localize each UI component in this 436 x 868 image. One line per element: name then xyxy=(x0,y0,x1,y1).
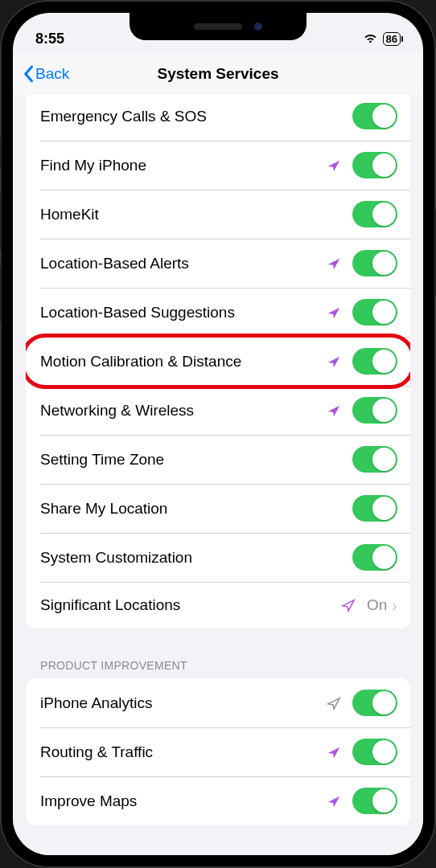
row-label: Location-Based Alerts xyxy=(40,255,327,272)
status-time: 8:55 xyxy=(35,31,64,47)
row-label: Routing & Traffic xyxy=(40,743,327,761)
device-frame: 8:55 86 Back System Services Emergency C… xyxy=(0,0,436,868)
settings-row: Routing & Traffic xyxy=(26,727,410,776)
toggle-switch[interactable] xyxy=(352,201,397,227)
settings-row: Location-Based Alerts xyxy=(26,239,410,288)
nav-bar: Back System Services xyxy=(13,53,423,95)
screen: 8:55 86 Back System Services Emergency C… xyxy=(13,13,423,855)
content-scroll[interactable]: Emergency Calls & SOSFind My iPhoneHomeK… xyxy=(13,95,423,855)
row-label: Improve Maps xyxy=(40,792,327,810)
row-label: Emergency Calls & SOS xyxy=(40,108,352,125)
location-arrow-icon xyxy=(327,305,341,320)
settings-row: Networking & Wireless xyxy=(26,386,410,435)
location-arrow-icon xyxy=(341,598,356,612)
settings-row: Location-Based Suggestions xyxy=(26,288,410,337)
location-arrow-icon xyxy=(327,158,341,173)
toggle-switch[interactable] xyxy=(352,739,397,765)
location-arrow-icon xyxy=(327,403,341,418)
row-label: Share My Location xyxy=(40,500,352,518)
toggle-switch[interactable] xyxy=(352,397,397,424)
row-label: Networking & Wireless xyxy=(40,402,327,420)
battery-icon: 86 xyxy=(383,32,401,46)
settings-row: Share My Location xyxy=(26,484,410,533)
toggle-switch[interactable] xyxy=(352,544,397,571)
row-label: Setting Time Zone xyxy=(40,451,352,469)
row-label: Find My iPhone xyxy=(40,157,327,174)
toggle-switch[interactable] xyxy=(352,299,397,326)
location-arrow-icon xyxy=(327,696,341,710)
notch xyxy=(130,13,306,40)
row-label: Motion Calibration & Distance xyxy=(40,353,327,371)
settings-row: Motion Calibration & Distance xyxy=(26,337,410,386)
settings-row: Find My iPhone xyxy=(26,141,410,190)
row-label: iPhone Analytics xyxy=(40,694,327,712)
settings-row: Improve Maps xyxy=(26,776,410,825)
row-label: Location-Based Suggestions xyxy=(40,304,327,321)
section-header-product-improvement: PRODUCT IMPROVEMENT xyxy=(13,654,423,678)
toggle-switch[interactable] xyxy=(352,348,397,375)
status-right: 86 xyxy=(363,32,401,46)
settings-row: System Customization xyxy=(26,533,410,582)
settings-row: Emergency Calls & SOS xyxy=(26,95,410,141)
toggle-switch[interactable] xyxy=(352,103,397,129)
product-improvement-group: iPhone AnalyticsRouting & TrafficImprove… xyxy=(26,678,410,825)
volume-up-button xyxy=(0,193,1,251)
row-label: Significant Locations xyxy=(40,596,341,614)
location-arrow-icon xyxy=(327,256,341,271)
settings-row: HomeKit xyxy=(26,190,410,239)
volume-down-button xyxy=(0,265,1,323)
toggle-switch[interactable] xyxy=(352,446,397,473)
toggle-switch[interactable] xyxy=(352,495,397,522)
settings-row: Setting Time Zone xyxy=(26,435,410,484)
footer-note: Allow Apple to use your frequent locatio… xyxy=(13,851,423,855)
toggle-switch[interactable] xyxy=(352,250,397,276)
settings-row: iPhone Analytics xyxy=(26,678,410,727)
toggle-switch[interactable] xyxy=(352,690,397,716)
row-value: On xyxy=(367,596,387,614)
toggle-switch[interactable] xyxy=(352,152,397,178)
significant-locations-row[interactable]: Significant LocationsOn› xyxy=(26,582,410,628)
nav-title: System Services xyxy=(13,65,423,83)
back-button[interactable]: Back xyxy=(23,65,69,83)
location-arrow-icon xyxy=(327,794,341,809)
mute-switch xyxy=(0,137,1,169)
chevron-right-icon: › xyxy=(392,596,397,615)
chevron-left-icon xyxy=(23,65,34,83)
system-services-group: Emergency Calls & SOSFind My iPhoneHomeK… xyxy=(26,95,410,628)
row-label: HomeKit xyxy=(40,206,352,223)
location-arrow-icon xyxy=(327,354,341,369)
toggle-switch[interactable] xyxy=(352,788,397,814)
location-arrow-icon xyxy=(327,745,341,760)
row-label: System Customization xyxy=(40,549,352,567)
wifi-icon xyxy=(363,33,378,44)
back-label: Back xyxy=(35,65,69,83)
